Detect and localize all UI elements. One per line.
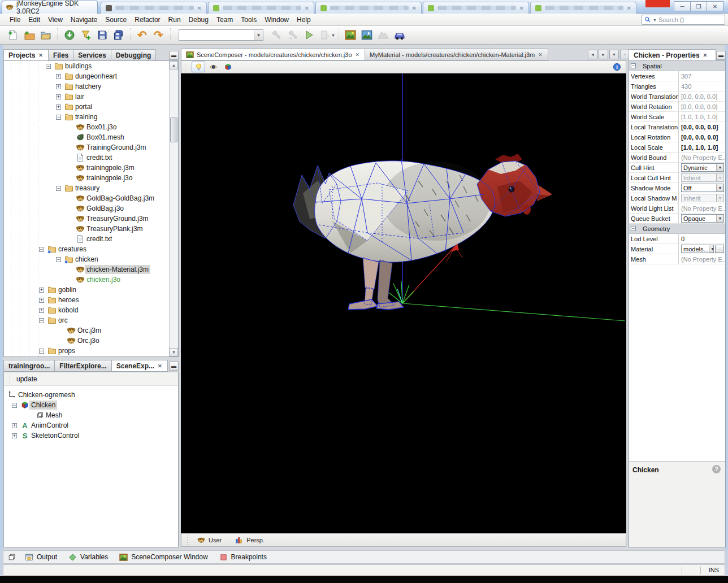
expand-icon[interactable]: + — [56, 74, 61, 79]
app-title-tab[interactable]: jMonkeyEngine SDK 3.0RC2 — [2, 1, 98, 14]
menu-edit[interactable]: Edit — [24, 15, 44, 25]
tree-row[interactable]: Orc.j3o — [58, 336, 101, 346]
tree-row[interactable]: chicken-Material.j3m — [67, 264, 150, 275]
collapse-icon[interactable]: − — [39, 247, 44, 252]
scrollbar-thumb[interactable] — [170, 118, 177, 142]
tree-item-label[interactable]: Orc.j3m — [76, 326, 103, 335]
tree-item-label[interactable]: credit.txt — [85, 153, 114, 162]
tree-row[interactable]: +SSkeletonControl — [12, 430, 81, 441]
tree-item-label[interactable]: chicken.j3o — [85, 275, 122, 284]
tree-item-label[interactable]: TrainingGround.j3m — [85, 143, 148, 152]
run-button[interactable] — [301, 28, 317, 42]
redo-button[interactable]: ↷ — [150, 28, 167, 42]
tree-item-label[interactable]: TreasuryGround.j3m — [85, 214, 150, 223]
tree-item-label[interactable]: GoldBag.j3o — [85, 204, 125, 213]
tree-row[interactable]: −training — [56, 112, 99, 122]
tree-row[interactable]: +lair — [56, 92, 86, 102]
tree-item-label[interactable]: buildings — [63, 62, 93, 71]
expand-icon[interactable]: + — [39, 308, 44, 313]
close-icon[interactable]: ✕ — [627, 5, 631, 11]
tree-row[interactable]: Chicken-ogremesh — [7, 390, 77, 400]
tree-row[interactable]: credit.txt — [67, 234, 114, 244]
collapse-icon[interactable]: − — [56, 115, 61, 120]
tree-item-label[interactable]: goblin — [57, 285, 78, 294]
sceneviewer-tool-button[interactable] — [359, 28, 375, 42]
tree-item-label[interactable]: GoldBag-GoldBag.j3m — [85, 194, 156, 203]
tree-item-label[interactable]: credit.txt — [85, 234, 114, 243]
collapse-icon[interactable]: − — [12, 403, 17, 408]
tree-row[interactable]: GoldBag-GoldBag.j3m — [67, 193, 156, 203]
titlebar[interactable]: jMonkeyEngine SDK 3.0RC2 ✕✕✕✕✕ ─❐✕ — [0, 0, 728, 14]
scroll-right-button[interactable]: ▸ — [599, 50, 608, 59]
titlebar-ghost-tab[interactable]: ✕ — [101, 2, 207, 14]
collapse-icon[interactable]: − — [56, 257, 61, 262]
expand-icon[interactable]: + — [12, 423, 17, 428]
info-icon[interactable]: i — [613, 63, 621, 71]
close-button[interactable]: ✕ — [707, 1, 723, 11]
tab-debugging[interactable]: Debugging — [111, 49, 157, 61]
menu-view[interactable]: View — [44, 15, 67, 25]
search-input[interactable]: ▼ Search () — [642, 15, 725, 25]
menu-run[interactable]: Run — [164, 15, 185, 25]
update-button[interactable]: update — [16, 375, 37, 383]
vehicle-creator-button[interactable] — [392, 28, 408, 42]
tree-row[interactable]: chicken.j3o — [67, 275, 122, 285]
tree-row[interactable]: −treasury — [56, 183, 101, 193]
tree-item-label[interactable]: chicken — [73, 255, 100, 264]
camera-user-icon[interactable] — [197, 536, 205, 544]
help-icon[interactable]: ? — [712, 465, 721, 473]
collapse-icon[interactable]: − — [46, 64, 51, 69]
menu-refactor[interactable]: Refactor — [131, 15, 164, 25]
expand-icon[interactable]: + — [56, 84, 61, 89]
properties-tab[interactable]: Chicken - Properties ✕ — [629, 49, 716, 61]
tree-row[interactable]: TreasuryGround.j3m — [67, 214, 150, 224]
titlebar-ghost-tab[interactable]: ✕ — [208, 2, 314, 14]
maximize-button[interactable]: ❐ — [690, 1, 707, 11]
tree-item-label[interactable]: lair — [73, 92, 86, 101]
property-value[interactable]: [0.0, 0.0, 0.0] — [679, 122, 725, 132]
tree-row[interactable]: −creatures — [39, 244, 88, 254]
menu-source[interactable]: Source — [101, 15, 131, 25]
restore-windows-icon[interactable] — [8, 553, 16, 561]
search-dropdown-arrow[interactable]: ▼ — [653, 18, 657, 22]
tree-item-label[interactable]: heroes — [57, 295, 81, 304]
minimize-properties-panel-button[interactable]: ▬ — [716, 51, 726, 60]
collapse-icon[interactable]: − — [56, 186, 61, 191]
light-toggle-button[interactable] — [192, 62, 205, 72]
titlebar-ghost-tab[interactable]: ✕ — [423, 2, 529, 14]
save-button[interactable] — [94, 28, 110, 42]
chevron-down-icon[interactable]: ▼ — [709, 245, 714, 253]
collapse-icon[interactable]: − — [39, 318, 44, 323]
expand-icon[interactable]: + — [39, 298, 44, 303]
windowbar-item-variables[interactable]: Variables — [64, 553, 112, 562]
close-icon[interactable]: ✕ — [157, 363, 163, 369]
tab-trainingroo-[interactable]: trainingroo... — [3, 360, 55, 372]
property-dropdown[interactable]: Opaque▼ — [681, 214, 724, 223]
update-center-button[interactable] — [61, 28, 77, 42]
menu-file[interactable]: File — [6, 15, 24, 25]
tab-mymaterial-models-creatures-chicken-chicken-material-j3m[interactable]: MyMaterial - models/creatures/chicken/ch… — [365, 49, 548, 60]
collapse-icon[interactable]: − — [631, 63, 636, 68]
tab-services[interactable]: Services — [73, 49, 111, 61]
tree-row[interactable]: +dungeonheart — [56, 71, 119, 81]
minimize-button[interactable]: ─ — [674, 1, 691, 11]
tree-row[interactable]: −orc — [39, 315, 70, 325]
projection-mode-label[interactable]: Persp. — [246, 537, 265, 543]
minimize-explorer-panel-button[interactable]: ▬ — [169, 362, 179, 371]
tree-item-label[interactable]: SkeletonControl — [29, 431, 81, 440]
windowbar-item-output[interactable]: Output — [20, 553, 62, 562]
wireframe-cube-button[interactable] — [221, 62, 235, 72]
chevron-down-icon[interactable]: ▼ — [716, 184, 723, 192]
tab-scenecomposer-models-creatures-chicken-chicken-j3o[interactable]: SceneComposer - models/creatures/chicken… — [181, 49, 365, 60]
tree-row[interactable]: Orc.j3m — [58, 325, 103, 336]
undo-button[interactable]: ↶ — [134, 28, 150, 42]
section-header-spatial[interactable]: −Spatial — [629, 61, 725, 71]
chevron-down-icon[interactable]: ▼ — [254, 30, 263, 40]
tree-row[interactable]: TreasuryPlank.j3m — [67, 224, 145, 234]
tree-item-label[interactable]: chicken-Material.j3m — [85, 265, 150, 274]
scroll-up-button[interactable]: ▲ — [170, 61, 178, 69]
tree-row[interactable]: trainingpole.j3m — [67, 163, 136, 173]
tree-item-label[interactable]: Chicken-ogremesh — [16, 390, 77, 399]
toolbar-drag-handle[interactable] — [8, 375, 11, 384]
tree-row[interactable]: credit.txt — [67, 153, 114, 163]
